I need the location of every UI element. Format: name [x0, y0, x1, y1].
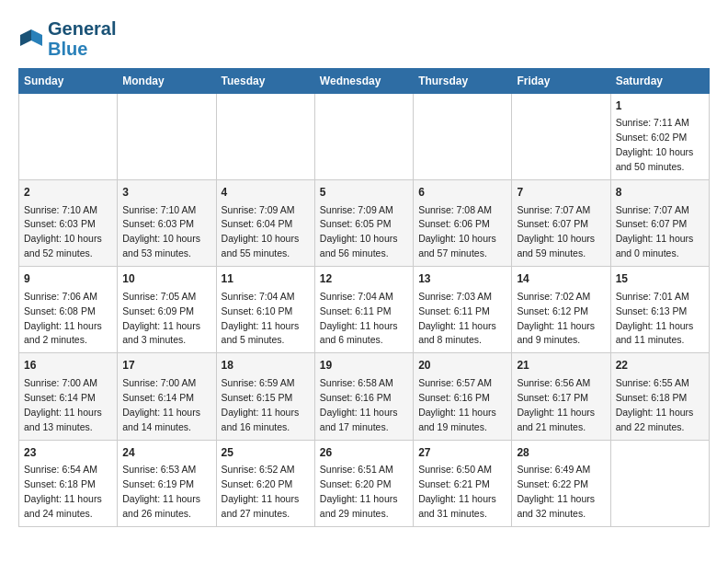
day-info: Sunrise: 6:52 AM Sunset: 6:20 PM Dayligh…	[222, 464, 300, 519]
day-info: Sunrise: 7:07 AM Sunset: 6:07 PM Dayligh…	[517, 204, 595, 259]
day-number: 9	[24, 271, 112, 287]
day-info: Sunrise: 7:04 AM Sunset: 6:10 PM Dayligh…	[222, 291, 300, 346]
day-info: Sunrise: 6:49 AM Sunset: 6:22 PM Dayligh…	[517, 464, 595, 519]
calendar-cell: 3Sunrise: 7:10 AM Sunset: 6:03 PM Daylig…	[118, 180, 216, 267]
header-day-wednesday: Wednesday	[314, 69, 413, 94]
day-number: 24	[122, 445, 210, 461]
calendar-cell: 14Sunrise: 7:02 AM Sunset: 6:12 PM Dayli…	[512, 267, 610, 353]
day-number: 18	[222, 358, 310, 373]
day-info: Sunrise: 6:51 AM Sunset: 6:20 PM Dayligh…	[320, 464, 398, 519]
day-number: 8	[616, 185, 704, 201]
calendar-cell	[19, 94, 118, 180]
day-info: Sunrise: 6:58 AM Sunset: 6:16 PM Dayligh…	[320, 377, 398, 432]
calendar-cell: 7Sunrise: 7:07 AM Sunset: 6:07 PM Daylig…	[512, 180, 610, 267]
calendar-cell	[216, 94, 314, 180]
day-info: Sunrise: 7:03 AM Sunset: 6:11 PM Dayligh…	[418, 291, 496, 346]
day-number: 17	[122, 358, 210, 373]
calendar-cell: 11Sunrise: 7:04 AM Sunset: 6:10 PM Dayli…	[216, 267, 314, 353]
day-info: Sunrise: 7:01 AM Sunset: 6:13 PM Dayligh…	[616, 291, 694, 346]
calendar-week-row: 23Sunrise: 6:54 AM Sunset: 6:18 PM Dayli…	[19, 440, 710, 526]
calendar-cell: 18Sunrise: 6:59 AM Sunset: 6:15 PM Dayli…	[216, 353, 314, 440]
day-info: Sunrise: 7:04 AM Sunset: 6:11 PM Dayligh…	[320, 291, 398, 346]
calendar-cell: 17Sunrise: 7:00 AM Sunset: 6:14 PM Dayli…	[118, 353, 216, 440]
day-info: Sunrise: 7:05 AM Sunset: 6:09 PM Dayligh…	[122, 291, 200, 346]
calendar-cell: 10Sunrise: 7:05 AM Sunset: 6:09 PM Dayli…	[118, 267, 216, 353]
calendar-cell: 19Sunrise: 6:58 AM Sunset: 6:16 PM Dayli…	[314, 353, 413, 440]
day-number: 1	[616, 98, 704, 114]
calendar-cell: 24Sunrise: 6:53 AM Sunset: 6:19 PM Dayli…	[118, 440, 216, 526]
day-number: 11	[222, 271, 310, 287]
day-number: 23	[24, 445, 112, 461]
day-number: 27	[418, 445, 506, 461]
calendar-cell	[610, 440, 709, 526]
day-number: 14	[517, 271, 605, 287]
day-info: Sunrise: 6:53 AM Sunset: 6:19 PM Dayligh…	[122, 464, 200, 519]
calendar-week-row: 9Sunrise: 7:06 AM Sunset: 6:08 PM Daylig…	[19, 267, 710, 353]
day-number: 5	[320, 185, 408, 201]
calendar-cell: 28Sunrise: 6:49 AM Sunset: 6:22 PM Dayli…	[512, 440, 610, 526]
page-header: General Blue	[18, 18, 710, 59]
calendar-cell	[118, 94, 216, 180]
day-number: 21	[517, 358, 605, 373]
day-number: 19	[320, 358, 408, 373]
calendar-cell: 22Sunrise: 6:55 AM Sunset: 6:18 PM Dayli…	[610, 353, 709, 440]
calendar-cell: 8Sunrise: 7:07 AM Sunset: 6:07 PM Daylig…	[610, 180, 709, 267]
calendar-cell: 4Sunrise: 7:09 AM Sunset: 6:04 PM Daylig…	[216, 180, 314, 267]
calendar-week-row: 2Sunrise: 7:10 AM Sunset: 6:03 PM Daylig…	[19, 180, 710, 267]
calendar-week-row: 1Sunrise: 7:11 AM Sunset: 6:02 PM Daylig…	[19, 94, 710, 180]
calendar-cell: 27Sunrise: 6:50 AM Sunset: 6:21 PM Dayli…	[414, 440, 512, 526]
calendar-cell	[414, 94, 512, 180]
calendar-cell: 13Sunrise: 7:03 AM Sunset: 6:11 PM Dayli…	[414, 267, 512, 353]
day-number: 22	[616, 358, 704, 373]
calendar-cell: 6Sunrise: 7:08 AM Sunset: 6:06 PM Daylig…	[414, 180, 512, 267]
day-info: Sunrise: 6:57 AM Sunset: 6:16 PM Dayligh…	[418, 377, 496, 432]
calendar-cell: 9Sunrise: 7:06 AM Sunset: 6:08 PM Daylig…	[19, 267, 118, 353]
day-number: 13	[418, 271, 506, 287]
day-info: Sunrise: 7:10 AM Sunset: 6:03 PM Dayligh…	[122, 204, 200, 259]
calendar-cell: 25Sunrise: 6:52 AM Sunset: 6:20 PM Dayli…	[216, 440, 314, 526]
day-number: 10	[122, 271, 210, 287]
day-info: Sunrise: 7:06 AM Sunset: 6:08 PM Dayligh…	[24, 291, 102, 346]
day-info: Sunrise: 7:09 AM Sunset: 6:05 PM Dayligh…	[320, 204, 398, 259]
header-day-tuesday: Tuesday	[216, 69, 314, 94]
day-info: Sunrise: 6:55 AM Sunset: 6:18 PM Dayligh…	[616, 377, 694, 432]
day-info: Sunrise: 7:08 AM Sunset: 6:06 PM Dayligh…	[418, 204, 496, 259]
calendar-week-row: 16Sunrise: 7:00 AM Sunset: 6:14 PM Dayli…	[19, 353, 710, 440]
calendar-cell	[314, 94, 413, 180]
day-info: Sunrise: 6:56 AM Sunset: 6:17 PM Dayligh…	[517, 377, 595, 432]
day-number: 6	[418, 185, 506, 201]
header-day-friday: Friday	[512, 69, 610, 94]
logo-icon	[18, 26, 44, 52]
day-number: 26	[320, 445, 408, 461]
day-info: Sunrise: 6:54 AM Sunset: 6:18 PM Dayligh…	[24, 464, 102, 519]
calendar-cell: 2Sunrise: 7:10 AM Sunset: 6:03 PM Daylig…	[19, 180, 118, 267]
day-number: 3	[122, 185, 210, 201]
calendar-cell: 21Sunrise: 6:56 AM Sunset: 6:17 PM Dayli…	[512, 353, 610, 440]
day-number: 25	[222, 445, 310, 461]
day-number: 2	[24, 185, 112, 201]
day-info: Sunrise: 7:09 AM Sunset: 6:04 PM Dayligh…	[222, 204, 300, 259]
calendar-cell	[512, 94, 610, 180]
header-day-saturday: Saturday	[610, 69, 709, 94]
header-day-thursday: Thursday	[414, 69, 512, 94]
day-info: Sunrise: 7:02 AM Sunset: 6:12 PM Dayligh…	[517, 291, 595, 346]
day-info: Sunrise: 6:50 AM Sunset: 6:21 PM Dayligh…	[418, 464, 496, 519]
calendar-cell: 12Sunrise: 7:04 AM Sunset: 6:11 PM Dayli…	[314, 267, 413, 353]
calendar-cell: 5Sunrise: 7:09 AM Sunset: 6:05 PM Daylig…	[314, 180, 413, 267]
header-day-sunday: Sunday	[19, 69, 118, 94]
day-info: Sunrise: 6:59 AM Sunset: 6:15 PM Dayligh…	[222, 377, 300, 432]
calendar-cell: 16Sunrise: 7:00 AM Sunset: 6:14 PM Dayli…	[19, 353, 118, 440]
day-number: 12	[320, 271, 408, 287]
calendar-cell: 23Sunrise: 6:54 AM Sunset: 6:18 PM Dayli…	[19, 440, 118, 526]
header-day-monday: Monday	[118, 69, 216, 94]
calendar-table: SundayMondayTuesdayWednesdayThursdayFrid…	[18, 68, 710, 527]
day-number: 4	[222, 185, 310, 201]
day-number: 20	[418, 358, 506, 373]
day-number: 15	[616, 271, 704, 287]
calendar-header-row: SundayMondayTuesdayWednesdayThursdayFrid…	[19, 69, 710, 94]
logo-text: General Blue	[48, 18, 116, 59]
calendar-cell: 26Sunrise: 6:51 AM Sunset: 6:20 PM Dayli…	[314, 440, 413, 526]
day-number: 7	[517, 185, 605, 201]
day-info: Sunrise: 7:10 AM Sunset: 6:03 PM Dayligh…	[24, 204, 102, 259]
calendar-cell: 15Sunrise: 7:01 AM Sunset: 6:13 PM Dayli…	[610, 267, 709, 353]
